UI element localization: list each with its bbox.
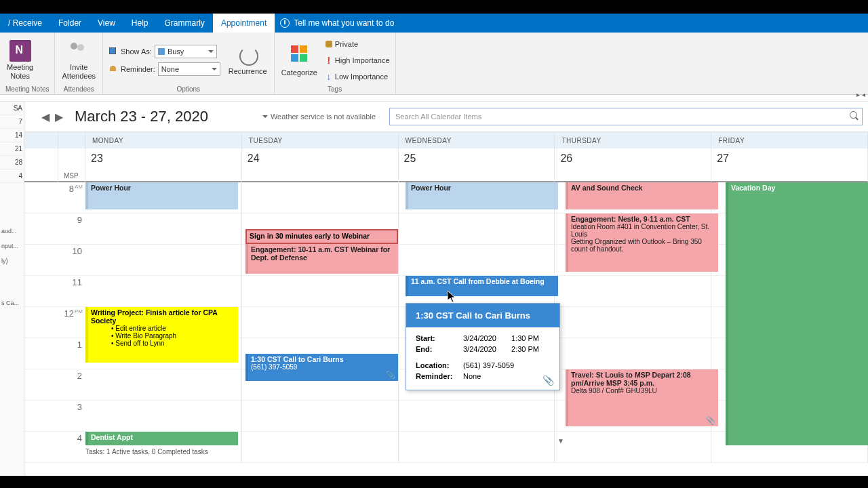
meeting-notes-label: Meeting Notes (7, 63, 33, 80)
time-slot[interactable] (242, 307, 399, 338)
event-dentist[interactable]: Dentist Appt (85, 432, 238, 445)
mini-cal-day[interactable]: 28 (0, 156, 24, 169)
time-slot[interactable] (399, 401, 555, 432)
time-slot[interactable] (399, 245, 555, 276)
expand-icon[interactable]: ▸ ◂ (856, 91, 865, 98)
time-slot[interactable] (555, 432, 711, 463)
time-slot[interactable] (242, 182, 399, 214)
col-monday[interactable]: MONDAY (85, 132, 242, 148)
day-27[interactable]: 27 (711, 148, 868, 182)
weather-status[interactable]: Weather service is not available (262, 113, 376, 121)
show-as-value: Busy (167, 47, 184, 56)
calendar-folder[interactable]: nput... (0, 239, 24, 253)
time-slot[interactable] (242, 401, 399, 432)
time-slot[interactable] (85, 214, 242, 245)
ribbon-tabs: / Receive Folder View Help Grammarly App… (0, 14, 868, 33)
tab-appointment[interactable]: Appointment (213, 14, 275, 33)
mini-cal-day[interactable]: 4 (0, 169, 24, 183)
time-slot[interactable] (242, 276, 399, 307)
mini-cal-day[interactable]: 7 (0, 115, 24, 129)
day-26[interactable]: 26 (555, 148, 711, 182)
search-input[interactable]: Search All Calendar Items (389, 108, 863, 125)
mini-cal-header: SA (0, 102, 24, 115)
col-friday[interactable]: FRIDAY (711, 132, 868, 148)
event-power-hour-wed[interactable]: Power Hour (406, 182, 558, 209)
people-icon (68, 40, 90, 62)
reminder-select[interactable]: None (158, 62, 220, 76)
tab-send-receive[interactable]: / Receive (0, 14, 50, 33)
show-as-label: Show As: (121, 47, 152, 56)
tab-grammarly[interactable]: Grammarly (157, 14, 213, 33)
time-slot[interactable] (555, 307, 711, 338)
calendar-folder[interactable]: s Ca... (0, 296, 24, 310)
day-25[interactable]: 25 (399, 148, 555, 182)
group-attendees: Attendees (60, 85, 97, 94)
group-options: Options (108, 85, 269, 94)
hour-label: 8AM (58, 182, 85, 214)
timezone-label: MSP (58, 148, 85, 182)
event-writing-project[interactable]: Writing Project: Finish article for CPA … (85, 307, 238, 363)
event-webinar-dod[interactable]: Engagement: 10-11 a.m. CST Webinar for D… (245, 244, 398, 274)
categorize-button[interactable]: Categorize (280, 43, 319, 77)
event-nestle[interactable]: Engagement: Nestle, 9-11 a.m. CST Ideati… (566, 214, 718, 272)
calendar-folder[interactable]: aud... (0, 224, 24, 239)
time-slot[interactable] (555, 276, 711, 307)
hour-label: 2 (58, 369, 85, 401)
tab-help[interactable]: Help (123, 14, 157, 33)
hour-label (24, 338, 58, 369)
time-slot[interactable] (399, 214, 555, 245)
event-vacation[interactable]: Vacation Day (726, 182, 868, 445)
date-navigator[interactable]: SA 7 14 21 28 4 aud... nput... ly) s Ca.… (0, 102, 24, 476)
event-boeing-call[interactable]: 11 a.m. CST Call from Debbie at Boeing (406, 276, 558, 296)
reminder-label: Reminder: (121, 65, 155, 73)
hour-label (24, 307, 58, 338)
prev-week-button[interactable]: ◀ (41, 112, 50, 121)
mini-cal-day[interactable]: 14 (0, 129, 24, 142)
hour-label (24, 432, 58, 463)
event-webinar-signin[interactable]: Sign in 30 minutes early to Webinar (245, 229, 398, 244)
meeting-notes-button[interactable]: Meeting Notes (5, 40, 35, 80)
hour-label: 11 (58, 276, 85, 307)
recurrence-button[interactable]: Recurrence (227, 44, 269, 76)
day-23[interactable]: 23 (85, 148, 242, 182)
invite-attendees-button[interactable]: Invite Attendees (60, 40, 97, 80)
col-thursday[interactable]: THURSDAY (555, 132, 711, 148)
low-importance-icon: ↓ (326, 73, 332, 80)
hour-label (24, 276, 58, 307)
expand-button[interactable]: ▼ (557, 437, 564, 445)
categorize-label: Categorize (281, 68, 317, 77)
reminder-value: None (161, 65, 179, 73)
tasks-summary: Tasks: 1 Active tasks, 0 Completed tasks (85, 448, 208, 479)
tab-view[interactable]: View (90, 14, 123, 33)
hour-label (24, 182, 58, 214)
time-slot[interactable] (85, 369, 242, 401)
col-wednesday[interactable]: WEDNESDAY (399, 132, 555, 148)
time-slot[interactable] (555, 338, 711, 369)
time-slot[interactable] (399, 432, 555, 463)
next-week-button[interactable]: ▶ (54, 112, 64, 121)
private-button[interactable]: Private (326, 37, 390, 52)
event-travel[interactable]: Travel: St Louis to MSP Depart 2:08 pm/A… (566, 369, 718, 426)
col-tuesday[interactable]: TUESDAY (242, 132, 399, 148)
tell-me[interactable]: Tell me what you want to do (275, 14, 394, 33)
tab-folder[interactable]: Folder (50, 14, 90, 33)
event-av-check[interactable]: AV and Sound Check (566, 182, 718, 209)
event-call-cari-tue[interactable]: 1:30 CST Call to Cari Burns (561) 397-50… (245, 354, 398, 381)
search-icon[interactable] (850, 111, 859, 121)
invite-attendees-label: Invite Attendees (62, 63, 96, 80)
high-importance-button[interactable]: !High Importance (326, 53, 390, 68)
time-slot[interactable] (85, 401, 242, 432)
day-24[interactable]: 24 (242, 148, 399, 182)
hour-label: 12PM (58, 307, 85, 338)
date-range-title: March 23 - 27, 2020 (75, 108, 208, 125)
time-slot[interactable] (85, 245, 242, 276)
time-slot[interactable] (242, 432, 399, 463)
onenote-icon (9, 40, 31, 62)
time-slot[interactable] (85, 276, 242, 307)
mini-cal-day[interactable]: 21 (0, 142, 24, 156)
calendar-folder[interactable]: ly) (0, 253, 24, 268)
show-as-select[interactable]: Busy (155, 45, 217, 58)
low-importance-button[interactable]: ↓Low Importance (326, 69, 390, 84)
event-power-hour-mon[interactable]: Power Hour (85, 182, 238, 209)
hour-label: 1 (58, 338, 85, 369)
